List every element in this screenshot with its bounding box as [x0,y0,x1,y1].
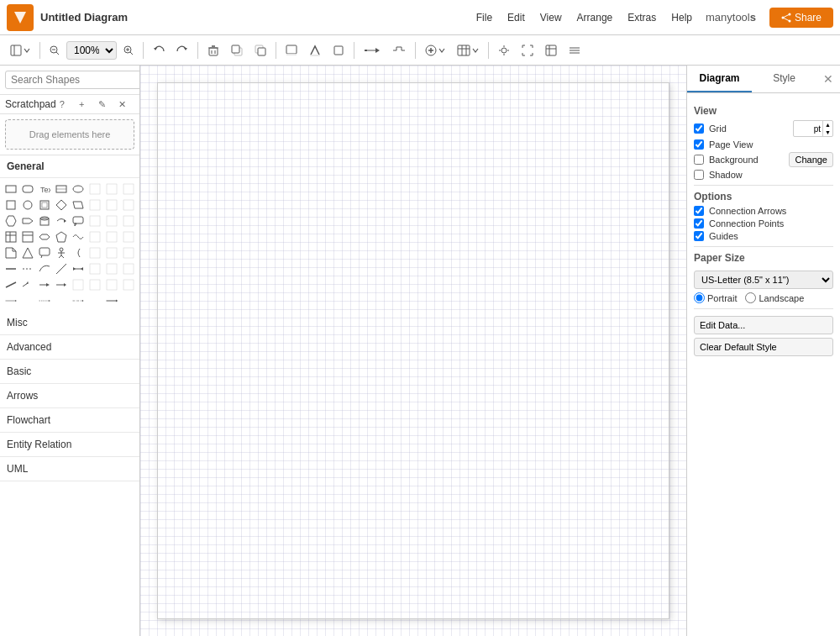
shape-item-54[interactable] [121,277,135,292]
menu-file[interactable]: File [470,10,499,25]
shadow-btn[interactable] [328,41,349,60]
shape-item-14[interactable] [104,197,118,212]
shape-connector-3[interactable] [71,293,85,307]
page-view-checkbox[interactable] [694,139,704,150]
grid-up-btn[interactable]: ▲ [823,121,832,129]
tab-style[interactable]: Style [752,66,816,92]
stroke-color-btn[interactable] [304,41,326,60]
background-checkbox[interactable] [694,155,704,165]
shape-parallelogram[interactable] [71,197,85,212]
shape-square[interactable] [3,197,18,212]
shape-item-8[interactable] [121,181,135,196]
edit-data-btn[interactable]: Edit Data... [694,316,833,334]
shape-arrow-right[interactable] [20,213,34,228]
shape-item-6[interactable] [87,181,102,196]
grid-checkbox[interactable] [694,124,704,134]
zoom-out-btn[interactable] [45,42,65,59]
shape-rectangle[interactable] [3,181,18,196]
menu-help[interactable]: Help [664,10,699,25]
shape-arrow-both[interactable] [71,261,85,276]
search-input[interactable] [5,71,140,89]
shape-connector-2[interactable] [37,293,51,307]
tab-diagram[interactable]: Diagram [687,66,752,92]
shape-item-31[interactable] [121,229,135,244]
shape-speech-bubble[interactable] [37,245,51,260]
shape-item-13[interactable] [87,197,102,212]
menu-extras[interactable]: Extras [621,10,663,25]
shape-item-44[interactable] [104,261,118,276]
portrait-radio[interactable] [694,292,705,303]
shape-hexagon[interactable] [3,213,18,228]
paper-size-select[interactable]: US-Letter (8.5" x 11") A4 (210 × 297mm) … [694,271,833,289]
shape-person[interactable] [54,245,68,260]
more-btn[interactable] [564,41,585,60]
shape-rounded-rect[interactable] [20,181,34,196]
uml-category[interactable]: UML [0,457,139,481]
flowchart-category[interactable]: Flowchart [0,408,139,432]
undo-btn[interactable] [148,41,170,60]
shape-angled-arrow[interactable] [37,277,51,292]
shape-circle[interactable] [20,197,34,212]
canvas-area[interactable] [140,66,686,636]
shape-item-45[interactable] [121,261,135,276]
shape-connector-4[interactable] [104,293,118,307]
menu-edit[interactable]: Edit [501,10,532,25]
shape-item-43[interactable] [87,261,102,276]
shape-connector-1[interactable] [3,293,18,307]
misc-category[interactable]: Misc [0,311,139,334]
sidebar-toggle-btn[interactable] [5,41,35,60]
shape-item-29[interactable] [87,229,102,244]
landscape-label[interactable]: Landscape [745,292,804,303]
shape-table[interactable] [3,229,18,244]
clear-default-style-btn[interactable]: Clear Default Style [694,338,833,356]
shape-item-23[interactable] [121,213,135,228]
shape-curved-bracket[interactable] [71,245,85,260]
zoom-in-btn[interactable] [118,42,139,59]
connection-style-btn[interactable] [359,41,386,60]
menu-view[interactable]: View [533,10,569,25]
background-change-btn[interactable]: Change [789,152,833,167]
guides-checkbox[interactable] [694,231,704,241]
shape-item-36[interactable] [87,245,102,260]
connection-points-checkbox[interactable] [694,218,704,229]
shape-arrow-double[interactable] [37,229,51,244]
panel-close-btn[interactable]: ✕ [816,69,840,89]
to-back-btn[interactable] [249,41,271,60]
advanced-category[interactable]: Advanced [0,335,139,359]
shape-item-38[interactable] [121,245,135,260]
extras-btn-1[interactable] [493,41,515,60]
shape-double-rect[interactable] [37,197,51,212]
share-button[interactable]: Share [769,8,833,28]
basic-category[interactable]: Basic [0,360,139,383]
shape-short-line[interactable] [3,277,18,292]
entity-relation-category[interactable]: Entity Relation [0,433,139,456]
shape-label[interactable] [54,181,68,196]
fullscreen-btn[interactable] [517,41,538,60]
shape-item-15[interactable] [121,197,135,212]
grid-value-input[interactable]: 10 [794,123,812,134]
shape-item-53[interactable] [104,277,118,292]
insert-btn[interactable] [420,41,450,60]
shape-dashed-line[interactable] [20,261,34,276]
shape-item-47[interactable] [20,277,34,292]
shape-note[interactable] [3,245,18,260]
scratchpad-help-btn[interactable]: ? [60,99,76,109]
scratchpad-edit-btn[interactable]: ✎ [98,99,114,110]
shape-item-52[interactable] [87,277,102,292]
shape-item-7[interactable] [104,181,118,196]
table-btn[interactable] [452,41,484,60]
waypoint-btn[interactable] [387,41,411,60]
zoom-select[interactable]: 100% 50% 75% 125% 150% 200% [66,41,117,60]
shape-diagonal[interactable] [54,261,68,276]
arrows-category[interactable]: Arrows [0,384,139,407]
grid-down-btn[interactable]: ▼ [823,129,832,136]
scratchpad-close-btn[interactable]: ✕ [118,99,134,110]
scratchpad-add-btn[interactable]: + [79,99,95,109]
shape-triangle[interactable] [20,245,34,260]
shape-item-22[interactable] [104,213,118,228]
shape-diamond[interactable] [54,197,68,212]
shape-ellipse[interactable] [71,181,85,196]
delete-btn[interactable] [202,41,224,60]
shape-line-1[interactable] [3,261,18,276]
shape-long-arrow[interactable] [54,277,68,292]
